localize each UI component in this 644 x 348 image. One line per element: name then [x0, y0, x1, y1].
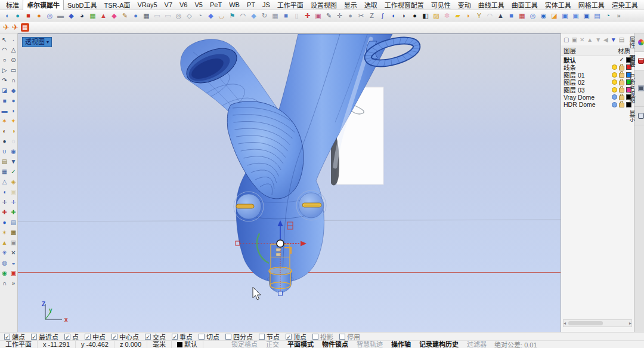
check-icon[interactable]: ✓: [9, 167, 18, 177]
control-curve-icon[interactable]: △: [9, 45, 18, 56]
globe-icon[interactable]: ●: [13, 11, 23, 20]
select-pointer-icon[interactable]: ↖: [0, 35, 9, 45]
spider-icon[interactable]: ✶: [0, 228, 9, 238]
side-tab-display[interactable]: 显示: [634, 107, 644, 125]
hatch-icon[interactable]: ▩: [9, 228, 18, 238]
menu-item-17[interactable]: 可见性: [428, 0, 454, 10]
s-plugin-icon[interactable]: ◉: [0, 269, 9, 279]
checkbox-icon[interactable]: ✓: [85, 334, 91, 340]
scrollbar-thumb[interactable]: [568, 321, 603, 325]
move-up-icon[interactable]: ▲: [587, 36, 593, 44]
layer-visibility-bulb-icon[interactable]: [612, 94, 617, 100]
annotate-icon[interactable]: ✎: [120, 11, 130, 20]
split-icon[interactable]: ◑: [9, 127, 18, 137]
layer-row-4[interactable]: 图层 03: [561, 86, 634, 94]
black-ball-icon[interactable]: ●: [410, 11, 420, 20]
explode-icon[interactable]: ✶: [0, 116, 9, 127]
checkbox-icon[interactable]: ✓: [286, 334, 292, 340]
array-grid-icon[interactable]: ▦: [270, 11, 280, 20]
panel2-icon[interactable]: ▣: [571, 11, 581, 20]
menu-item-14[interactable]: 显示: [340, 0, 361, 10]
pencil-icon[interactable]: ✎: [324, 11, 334, 20]
blue-cube-icon[interactable]: ■: [281, 11, 291, 20]
checkbox-icon[interactable]: [312, 334, 318, 340]
extrude-icon[interactable]: ◗: [9, 106, 18, 116]
menu-item-18[interactable]: 变动: [454, 0, 475, 10]
shell-icon[interactable]: ◍: [0, 258, 9, 269]
blue-diamond-icon[interactable]: ◆: [206, 11, 216, 20]
checkbox-icon[interactable]: ✓: [64, 334, 70, 340]
menu-item-12[interactable]: 工作平面: [274, 0, 307, 10]
new-layer-icon[interactable]: ▢: [564, 36, 569, 44]
layer-visibility-bulb-icon[interactable]: [612, 87, 617, 93]
menu-item-23[interactable]: 渲染工具: [608, 0, 642, 10]
menu-item-21[interactable]: 实体工具: [541, 0, 575, 10]
s-curve-icon[interactable]: ∫: [377, 11, 388, 20]
dice-icon[interactable]: ▨: [431, 11, 441, 20]
menu-item-15[interactable]: 选取: [361, 0, 381, 10]
curve-tool-icon[interactable]: ◖: [2, 11, 12, 20]
m-plugin-badge-icon[interactable]: ▦: [21, 23, 29, 32]
dark-sphere-icon[interactable]: ◕: [77, 11, 87, 20]
menu-item-24[interactable]: 出图: [642, 0, 644, 10]
contour-icon[interactable]: ▤: [9, 218, 18, 228]
status-toggle-1[interactable]: 正交: [262, 341, 283, 348]
person-icon[interactable]: ▲: [496, 11, 506, 20]
menu-item-4[interactable]: VRay5: [134, 1, 161, 9]
active-layer-chip[interactable]: 默认: [172, 341, 203, 348]
swirl-icon[interactable]: ◠: [238, 11, 248, 20]
layer-lock-icon[interactable]: [619, 81, 624, 85]
skew-rect-icon[interactable]: ▰: [453, 11, 463, 20]
scale-icon[interactable]: ✕: [9, 248, 18, 258]
move-down-icon[interactable]: ▼: [595, 36, 601, 44]
layer-visibility-bulb-icon[interactable]: [612, 102, 617, 107]
curve-boolean-icon[interactable]: ◖: [0, 187, 9, 198]
layers-hscrollbar[interactable]: ◂ ▸: [563, 319, 632, 327]
blue-target-icon[interactable]: ◎: [528, 11, 538, 20]
trim-icon[interactable]: ◐: [0, 127, 9, 137]
freeform-icon[interactable]: ∩: [9, 76, 18, 86]
drop-icon[interactable]: ◆: [249, 11, 259, 20]
duplicate-layer-icon[interactable]: ▣: [571, 36, 577, 44]
menu-item-1[interactable]: 卓尔谟犀牛: [23, 0, 64, 11]
ellipse-icon[interactable]: ⊙: [9, 56, 18, 66]
spark-icon[interactable]: ✦: [9, 116, 18, 127]
side-tab-layers[interactable]: 图层: [634, 52, 644, 70]
layer-row-6[interactable]: HDR Dome: [561, 101, 634, 109]
mesh-icon[interactable]: ▦: [0, 167, 9, 177]
selected-ring-left[interactable]: [236, 204, 254, 208]
boolean-union-icon[interactable]: ∪: [0, 147, 9, 157]
m-plugin-icon[interactable]: ▣: [9, 269, 18, 279]
layer-visibility-bulb-icon[interactable]: [612, 72, 617, 78]
status-toggle-6[interactable]: 记录建构历史: [415, 341, 463, 348]
point-icon[interactable]: ∙: [9, 35, 18, 45]
pink-monitor-icon[interactable]: ▣: [313, 11, 323, 20]
menu-item-2[interactable]: SubD工具: [64, 0, 101, 10]
menu-item-5[interactable]: V7: [161, 1, 176, 9]
viewport-title-tab[interactable]: 透视图 ▾: [22, 37, 52, 47]
plane-icon[interactable]: ◇: [184, 11, 194, 20]
bw-square-icon[interactable]: ◧: [420, 11, 431, 20]
panel3-icon[interactable]: ▣: [581, 11, 592, 20]
cloud-icon[interactable]: ◠: [485, 11, 495, 20]
menu-item-10[interactable]: PT: [243, 1, 259, 9]
gray-cylinder-icon[interactable]: ▬: [55, 11, 66, 20]
material-box-icon[interactable]: ■: [23, 11, 33, 20]
mannequin-icon[interactable]: ▲: [98, 11, 109, 20]
toolbar-overflow-icon[interactable]: »: [614, 11, 624, 20]
layer-tools-icon[interactable]: ▤: [619, 36, 624, 44]
menu-item-22[interactable]: 网格工具: [575, 0, 608, 10]
layer-lock-icon[interactable]: [619, 73, 624, 78]
move-left-icon[interactable]: ◀: [603, 36, 608, 44]
viewport-canvas[interactable]: Z x y: [18, 34, 561, 332]
layer-lock-icon[interactable]: [619, 103, 624, 107]
layer-visibility-bulb-icon[interactable]: [612, 64, 617, 70]
blue-ball-icon[interactable]: ●: [131, 11, 141, 20]
units-button[interactable]: 毫米: [147, 341, 172, 348]
status-toggle-0[interactable]: 锁定格点: [227, 341, 262, 348]
send-plane-plus-icon[interactable]: ✈: [12, 23, 18, 32]
scroll-left-icon[interactable]: ◂: [564, 321, 566, 326]
layer-visibility-bulb-icon[interactable]: [612, 79, 617, 85]
polyline-icon[interactable]: ▷: [0, 66, 9, 76]
rainbow-plane-icon[interactable]: ◆: [109, 11, 119, 20]
